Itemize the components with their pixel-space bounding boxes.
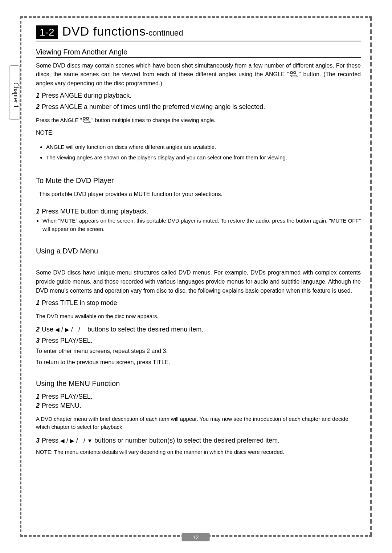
step-number: 3 xyxy=(36,337,40,344)
step: 2Press MENU. xyxy=(36,402,361,410)
bullet-list: When "MUTE" appears on the screen, this … xyxy=(42,217,361,233)
bullet-item: When "MUTE" appears on the screen, this … xyxy=(42,217,361,233)
step-text: Use xyxy=(42,326,55,333)
title-main: DVD functions xyxy=(62,24,146,38)
left-icon: ◀ xyxy=(60,438,65,444)
section-heading-angle: Viewing From Another Angle xyxy=(36,48,361,58)
text: Press the ANGLE " xyxy=(36,117,82,123)
page-frame: 1-2 DVD functions -continued Viewing Fro… xyxy=(20,16,372,537)
step-number: 1 xyxy=(36,393,40,400)
svg-point-2 xyxy=(83,117,85,119)
angle-icon xyxy=(82,117,91,123)
section-heading-menufn: Using the MENU Function xyxy=(36,379,361,389)
right-icon: ▶ xyxy=(65,326,69,333)
svg-point-1 xyxy=(294,72,296,74)
step-text: Press PLAY/SEL. xyxy=(42,337,93,344)
step-text: Press xyxy=(42,437,60,444)
step-number: 2 xyxy=(36,402,40,409)
text: " button multiple times to change the vi… xyxy=(91,117,215,123)
step-text: buttons or number button(s) to select th… xyxy=(94,437,279,444)
step-number: 1 xyxy=(36,299,40,306)
step: 1Press ANGLE during playback. xyxy=(36,92,361,99)
section-badge: 1-2 xyxy=(36,25,58,39)
page-number: 12 xyxy=(182,533,210,541)
step-number: 1 xyxy=(36,208,40,215)
down-icon: ▼ xyxy=(87,438,93,444)
section-heading-mute: To Mute the DVD Player xyxy=(36,176,361,186)
step: 3Press ◀ / ▶ / / ▼ buttons or number but… xyxy=(36,437,361,444)
sub-text: A DVD chapter menu with brief descriptio… xyxy=(36,415,361,431)
step-text: Press MUTE button during playback. xyxy=(42,208,148,215)
section-heading-menu: Using a DVD Menu xyxy=(36,247,361,256)
step-text: buttons to select the desired menu item. xyxy=(87,326,203,333)
step-number: 2 xyxy=(36,103,40,110)
sub-text: The DVD menu available on the disc now a… xyxy=(36,312,361,321)
step: 1Press MUTE button during playback. xyxy=(36,208,361,215)
sub-text: Press the ANGLE "" button multiple times… xyxy=(36,116,361,125)
step-text: Press PLAY/SEL. xyxy=(42,393,93,400)
text: To enter other menu screens, repeat step… xyxy=(36,347,361,356)
notes-list: ANGLE will only function on discs where … xyxy=(42,142,361,163)
note-item: ANGLE will only function on discs where … xyxy=(46,142,361,153)
menu-intro: Some DVD discs have unique menu structur… xyxy=(36,268,361,295)
angle-intro: Some DVD discs may contain scenes which … xyxy=(36,61,361,88)
step-number: 2 xyxy=(36,326,40,333)
left-icon: ◀ xyxy=(55,326,60,333)
note-item: The viewing angles are shown on the play… xyxy=(46,153,361,163)
step-text: Press ANGLE during playback. xyxy=(42,92,131,99)
step-text: Press MENU. xyxy=(42,402,81,409)
note-label: NOTE: xyxy=(36,130,361,136)
step: 2Press ANGLE a number of times until the… xyxy=(36,103,361,111)
step-text: Press ANGLE a number of times until the … xyxy=(42,103,265,110)
right-icon: ▶ xyxy=(70,438,74,444)
step: 1Press TITLE in stop mode xyxy=(36,299,361,307)
step: 2Use ◀ / ▶ / / buttons to select the des… xyxy=(36,326,361,333)
page-title: 1-2 DVD functions -continued xyxy=(36,24,361,41)
svg-point-0 xyxy=(290,72,293,74)
step-number: 1 xyxy=(36,92,40,99)
mute-intro: This portable DVD player provides a MUTE… xyxy=(39,190,361,199)
chapter-tab: Chapter 1 xyxy=(9,65,20,120)
text: To return to the previous menu screen, p… xyxy=(36,358,361,367)
step: 3Press PLAY/SEL. xyxy=(36,337,361,345)
svg-point-3 xyxy=(86,117,89,119)
title-suffix: -continued xyxy=(146,28,183,38)
angle-icon xyxy=(289,71,299,77)
chapter-label: Chapter 1 xyxy=(12,82,20,108)
step: 1Press PLAY/SEL. xyxy=(36,393,361,400)
step-text: Press TITLE in stop mode xyxy=(42,299,117,306)
step-number: 3 xyxy=(36,437,40,444)
note-text: NOTE: The menu contents details will var… xyxy=(36,448,361,456)
